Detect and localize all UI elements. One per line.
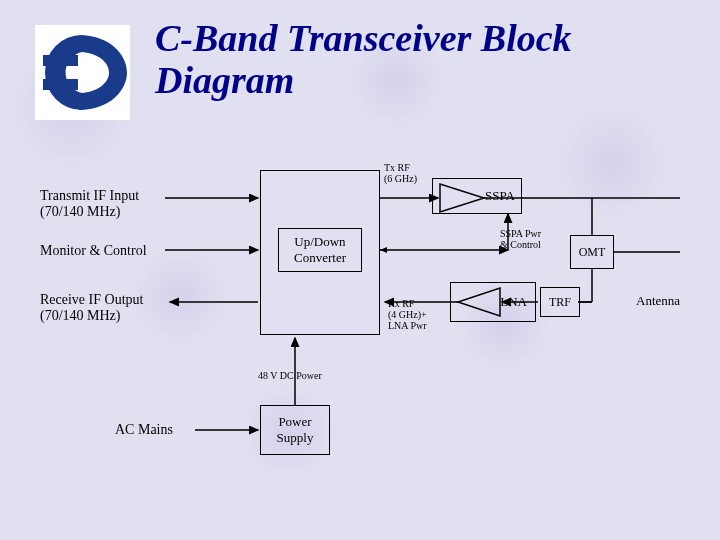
block-diagram: Transmit IF Input (70/140 MHz) Monitor &… (40, 170, 690, 510)
label-ac-mains: AC Mains (115, 422, 173, 438)
block-updown-converter: Up/Down Converter (278, 228, 362, 272)
sspa-label: SSPA (485, 188, 515, 204)
label-sspa-pwr: SSPA Pwr & Control (500, 228, 541, 250)
block-sspa: SSPA (432, 178, 522, 214)
label-monitor-control: Monitor & Control (40, 243, 147, 259)
label-antenna: Antenna (636, 294, 680, 309)
label-tx-rf: Tx RF (6 GHz) (384, 162, 417, 184)
label-dc-power: 48 V DC Power (258, 370, 322, 381)
logo-icon (35, 25, 130, 120)
svg-marker-11 (380, 247, 387, 253)
block-trf: TRF (540, 287, 580, 317)
block-power-supply: Power Supply (260, 405, 330, 455)
label-rx-rf: Rx RF (4 GHz)+ LNA Pwr (388, 298, 427, 331)
label-receive-if: Receive IF Output (70/140 MHz) (40, 292, 143, 324)
block-lna: LNA (450, 282, 536, 322)
label-transmit-if: Transmit IF Input (70/140 MHz) (40, 188, 139, 220)
page-title: C-Band Transceiver Block Diagram (155, 18, 700, 102)
block-omt: OMT (570, 235, 614, 269)
lna-label: LNA (500, 294, 527, 310)
